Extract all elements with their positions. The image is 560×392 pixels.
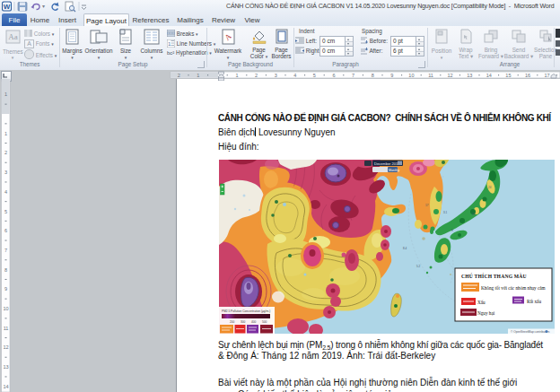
svg-text:7: 7 <box>352 73 354 78</box>
svg-text:2: 2 <box>4 150 7 155</box>
svg-text:Aa: Aa <box>8 32 18 41</box>
svg-text:4: 4 <box>293 73 296 78</box>
svg-text:13: 13 <box>3 364 8 370</box>
svg-text:16: 16 <box>525 73 530 78</box>
svg-text:1: 1 <box>4 131 7 136</box>
svg-text:8: 8 <box>4 267 7 273</box>
svg-text:6: 6 <box>4 228 7 233</box>
svg-text:13: 13 <box>467 73 472 78</box>
svg-text:8: 8 <box>372 73 374 78</box>
svg-text:17: 17 <box>545 73 550 78</box>
svg-text:9: 9 <box>390 73 393 78</box>
svg-text:10: 10 <box>3 306 8 311</box>
svg-text:1: 1 <box>235 73 238 78</box>
svg-text:▾: ▾ <box>42 4 45 9</box>
svg-text:1: 1 <box>4 91 7 97</box>
svg-text:9: 9 <box>4 286 7 292</box>
svg-text:4: 4 <box>4 189 7 195</box>
svg-text:W: W <box>4 3 11 11</box>
svg-text:12: 12 <box>3 344 8 350</box>
svg-text:1: 1 <box>197 73 199 78</box>
svg-text:11: 11 <box>428 73 433 78</box>
svg-text:15: 15 <box>505 73 511 78</box>
svg-text:2: 2 <box>255 73 258 78</box>
svg-text:14: 14 <box>3 384 8 389</box>
svg-text:5: 5 <box>4 209 7 214</box>
svg-text:3: 3 <box>275 73 277 78</box>
svg-text:10: 10 <box>408 73 414 78</box>
svg-text:7: 7 <box>4 248 7 253</box>
svg-text:5: 5 <box>313 73 316 78</box>
svg-text:2: 2 <box>178 73 180 78</box>
svg-text:3: 3 <box>4 170 7 175</box>
svg-text:14: 14 <box>486 73 492 78</box>
svg-text:12: 12 <box>448 73 453 78</box>
svg-text:6: 6 <box>332 73 335 78</box>
svg-text:11: 11 <box>4 326 9 331</box>
